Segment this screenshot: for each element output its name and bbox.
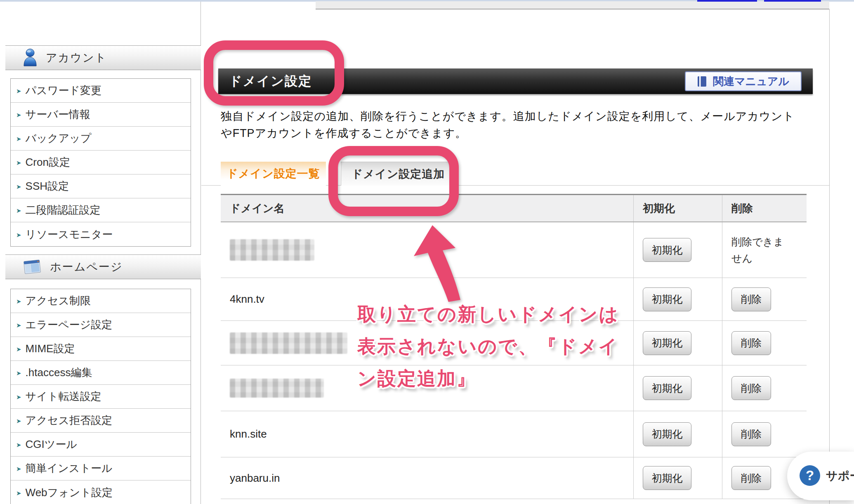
arrow-icon: ➤ — [16, 418, 21, 424]
sidebar-item-site-forward[interactable]: ➤サイト転送設定 — [11, 385, 191, 409]
support-button[interactable]: ? サポー — [787, 452, 854, 500]
initialize-button[interactable]: 初期化 — [643, 376, 691, 400]
sidebar-section-label: アカウント — [46, 50, 107, 65]
delete-button[interactable]: 削除 — [731, 331, 771, 355]
domain-name: knn.site — [221, 411, 633, 457]
arrow-icon: ➤ — [16, 490, 21, 496]
sidebar-item-two-factor[interactable]: ➤二段階認証設定 — [11, 198, 191, 222]
arrow-icon: ➤ — [16, 466, 21, 472]
sidebar-item-resource-monitor[interactable]: ➤リソースモニター — [11, 222, 191, 246]
sidebar-item-backup[interactable]: ➤バックアップ — [11, 127, 191, 151]
delete-not-allowed-text: 削除できません — [731, 233, 793, 266]
delete-button[interactable]: 削除 — [731, 466, 771, 490]
toolbar-link-underline[interactable] — [764, 0, 821, 2]
blurred-domain — [230, 239, 314, 261]
tab-domain-add[interactable]: ドメイン設定追加 — [341, 162, 455, 186]
browser-toolbar-fragment — [316, 1, 829, 9]
arrow-icon: ➤ — [16, 442, 21, 448]
sidebar-item-access-deny[interactable]: ➤アクセス拒否設定 — [11, 409, 191, 433]
arrow-icon: ➤ — [16, 394, 21, 400]
tab-domain-list[interactable]: ドメイン設定一覧 — [221, 162, 326, 186]
sidebar-item-htaccess[interactable]: ➤.htaccess編集 — [11, 361, 191, 385]
sidebar-item-web-font[interactable]: ➤Webフォント設定 — [11, 480, 191, 504]
table-row: knn.site 初期化 削除 — [221, 411, 807, 457]
book-icon — [697, 76, 707, 87]
sidebar-item-mime[interactable]: ➤MIME設定 — [11, 337, 191, 361]
arrow-icon: ➤ — [16, 136, 21, 142]
table-row: 初期化 削除できません — [221, 222, 807, 278]
arrow-icon: ➤ — [16, 346, 21, 352]
content-right-border — [829, 9, 830, 504]
arrow-icon: ➤ — [16, 160, 21, 166]
sidebar-item-cron[interactable]: ➤Cron設定 — [11, 151, 191, 174]
support-label: サポー — [826, 468, 854, 484]
page-title-bar: ドメイン設定 関連マニュアル — [218, 68, 813, 94]
table-row: 初期化 削除 — [221, 321, 807, 365]
table-header-row: ドメイン名 初期化 削除 — [221, 195, 807, 222]
blurred-domain — [230, 379, 324, 398]
page-description: 独自ドメイン設定の追加、削除を行うことができます。追加したドメイン設定を利用して… — [221, 108, 798, 142]
table-row: 4knn.tv 初期化 削除 — [221, 278, 807, 321]
domain-table: ドメイン名 初期化 削除 初期化 削除できません 4knn.tv 初期化 削除 … — [221, 194, 807, 499]
sidebar-item-error-page[interactable]: ➤エラーページ設定 — [11, 313, 191, 337]
arrow-icon: ➤ — [16, 207, 21, 214]
header-domain-name: ドメイン名 — [221, 195, 633, 221]
server-panel-page: サーバーパネル アカウント ➤パスワード変更 ➤サーバー情報 ➤バックアップ ➤… — [0, 0, 854, 504]
delete-button[interactable]: 削除 — [731, 287, 771, 311]
arrow-icon: ➤ — [16, 298, 21, 304]
related-manual-label: 関連マニュアル — [713, 74, 789, 89]
arrow-icon: ➤ — [16, 232, 21, 238]
arrow-icon: ➤ — [16, 112, 21, 118]
arrow-icon: ➤ — [16, 88, 21, 94]
initialize-button[interactable]: 初期化 — [643, 287, 691, 311]
sidebar-menu-account: ➤パスワード変更 ➤サーバー情報 ➤バックアップ ➤Cron設定 ➤SSH設定 … — [10, 78, 191, 247]
blurred-domain — [230, 332, 347, 354]
sidebar-section-homepage: ホームページ — [5, 254, 201, 279]
sidebar-menu-homepage: ➤アクセス制限 ➤エラーページ設定 ➤MIME設定 ➤.htaccess編集 ➤… — [10, 289, 191, 504]
arrow-icon: ➤ — [16, 184, 21, 190]
delete-button[interactable]: 削除 — [731, 422, 771, 446]
sidebar-item-cgi-tools[interactable]: ➤CGIツール — [11, 433, 191, 457]
question-icon: ? — [800, 465, 820, 486]
toolbar-link-underline[interactable] — [697, 0, 757, 2]
domain-name: yanbaru.in — [221, 457, 633, 499]
sidebar-item-access-limit[interactable]: ➤アクセス制限 — [11, 289, 191, 313]
sidebar-section-account: アカウント — [5, 45, 201, 70]
initialize-button[interactable]: 初期化 — [643, 331, 691, 355]
header-initialize: 初期化 — [633, 195, 722, 221]
table-row: yanbaru.in 初期化 削除 — [221, 457, 807, 499]
sidebar-item-server-info[interactable]: ➤サーバー情報 — [11, 103, 191, 127]
initialize-button[interactable]: 初期化 — [643, 422, 691, 446]
sidebar-section-label: ホームページ — [50, 259, 123, 274]
domain-name: 4knn.tv — [221, 278, 633, 320]
page-title: ドメイン設定 — [218, 73, 312, 90]
header-delete: 削除 — [722, 195, 807, 221]
related-manual-button[interactable]: 関連マニュアル — [685, 71, 802, 91]
sidebar: アカウント ➤パスワード変更 ➤サーバー情報 ➤バックアップ ➤Cron設定 ➤… — [5, 2, 201, 504]
sidebar-item-easy-install[interactable]: ➤簡単インストール — [11, 457, 191, 480]
arrow-icon: ➤ — [16, 370, 21, 376]
sidebar-item-ssh[interactable]: ➤SSH設定 — [11, 174, 191, 198]
delete-button[interactable]: 削除 — [731, 376, 771, 400]
webpage-icon — [23, 259, 42, 275]
initialize-button[interactable]: 初期化 — [643, 466, 691, 490]
sidebar-item-password-change[interactable]: ➤パスワード変更 — [11, 79, 191, 103]
table-row: 初期化 削除 — [221, 365, 807, 411]
initialize-button[interactable]: 初期化 — [643, 238, 691, 262]
user-icon — [23, 49, 38, 67]
arrow-icon: ➤ — [16, 322, 21, 328]
